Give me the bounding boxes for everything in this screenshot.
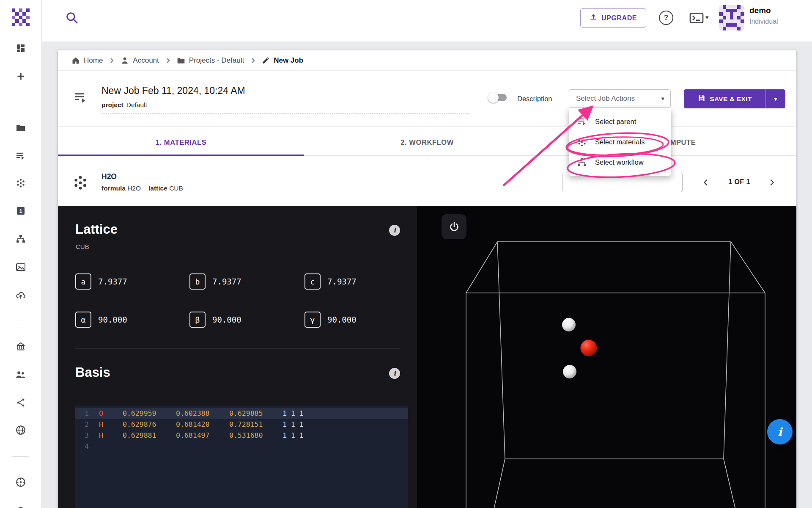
upgrade-label: UPGRADE xyxy=(601,14,637,22)
select-parent-icon xyxy=(576,116,587,127)
materials-icon[interactable] xyxy=(15,177,26,188)
console-caret-icon[interactable]: ▾ xyxy=(705,14,709,21)
step-tabs: 1. MATERIALS 2. WORKFLOW 3. COMPUTE xyxy=(58,130,796,156)
basis-title: Basis xyxy=(75,365,110,380)
job-actions-dropdown[interactable]: Select Job Actions ▾ xyxy=(569,89,671,108)
unit-cell-wireframe xyxy=(466,242,765,508)
param-value[interactable]: 7.9377 xyxy=(212,277,241,286)
breadcrumb-projects[interactable]: Projects - Default xyxy=(177,56,244,65)
atom-hydrogen-2[interactable] xyxy=(563,365,576,378)
lattice-param-alpha: α 90.000 xyxy=(75,312,127,328)
sidebar-divider xyxy=(12,456,29,457)
breadcrumb-new-job[interactable]: New Job xyxy=(262,56,303,65)
lattice-info-icon[interactable]: i xyxy=(389,225,400,236)
material-next-button[interactable] xyxy=(763,174,781,191)
lattice-value: CUB xyxy=(169,185,183,192)
organization-icon[interactable] xyxy=(15,341,26,352)
app-logo-icon[interactable] xyxy=(12,8,30,26)
jobs-list-icon[interactable] xyxy=(15,151,26,162)
tab-workflow[interactable]: 2. WORKFLOW xyxy=(304,130,550,155)
param-symbol: γ xyxy=(304,312,321,328)
lattice-param-beta: β 90.000 xyxy=(189,312,241,328)
menu-item-select-workflow[interactable]: Select workflow xyxy=(569,152,671,172)
basis-editor[interactable]: 1O0.6299590.6023880.6298851 1 1 2H0.6298… xyxy=(75,406,408,508)
param-value[interactable]: 7.9377 xyxy=(98,277,127,286)
toggle-thumb xyxy=(488,92,499,103)
chevron-right-icon xyxy=(109,57,115,64)
crystal-viewport[interactable] xyxy=(417,206,796,508)
chevron-right-icon xyxy=(165,57,171,64)
avatar[interactable] xyxy=(719,5,744,30)
save-icon xyxy=(697,94,705,104)
help-icon[interactable]: ? xyxy=(659,11,673,25)
lattice-basis-panel: Lattice i CUB a 7.9377 b 7.9377 c 7.9377… xyxy=(58,206,417,508)
material-prev-button[interactable] xyxy=(697,174,715,191)
panel-divider xyxy=(75,348,400,349)
projects-folder-icon[interactable] xyxy=(15,122,26,133)
breadcrumb-home[interactable]: Home xyxy=(71,56,103,65)
tab-materials[interactable]: 1. MATERIALS xyxy=(58,130,304,155)
console-icon[interactable] xyxy=(689,12,704,24)
user-plan: Individual xyxy=(749,18,778,25)
param-symbol: a xyxy=(75,273,91,290)
lattice-label: lattice xyxy=(148,185,167,192)
upload-icon xyxy=(590,14,597,23)
param-symbol: β xyxy=(189,312,206,328)
user-name[interactable]: demo xyxy=(749,6,771,15)
menu-item-select-materials[interactable]: Select materials xyxy=(569,132,671,152)
app-root: + 1 xyxy=(0,0,812,508)
description-toggle[interactable] xyxy=(490,94,507,101)
param-value[interactable]: 90.000 xyxy=(212,315,241,324)
select-materials-icon xyxy=(576,136,587,147)
basis-line: 4 xyxy=(75,441,408,452)
crystal-viewer-panel[interactable]: i xyxy=(417,206,796,508)
description-label: Description xyxy=(517,95,552,103)
history-icon[interactable] xyxy=(15,502,26,508)
chevron-down-icon: ▾ xyxy=(774,95,777,103)
chevron-down-icon: ▾ xyxy=(661,95,664,102)
media-icon[interactable] xyxy=(15,262,26,273)
job-title: New Job Feb 11, 2024, 10:24 AM xyxy=(102,85,245,97)
viewer-info-fab[interactable]: i xyxy=(767,419,793,444)
lattice-type: CUB xyxy=(76,243,89,250)
chevron-right-icon xyxy=(767,178,776,187)
save-exit-button[interactable]: SAVE & EXIT ▾ xyxy=(684,89,785,108)
dashboard-icon[interactable] xyxy=(15,43,26,54)
topbar: UPGRADE ? ▾ demo Individual xyxy=(41,0,812,41)
param-value[interactable]: 7.9377 xyxy=(327,277,357,286)
basis-info-icon[interactable]: i xyxy=(389,368,400,379)
cloud-upload-icon[interactable] xyxy=(15,290,26,301)
lattice-title: Lattice xyxy=(75,222,118,237)
search-icon[interactable] xyxy=(65,11,79,25)
param-symbol: α xyxy=(75,312,91,328)
pencil-icon xyxy=(262,56,270,64)
web-icon[interactable] xyxy=(15,425,26,436)
atom-hydrogen-1[interactable] xyxy=(562,318,576,331)
create-new-icon[interactable]: + xyxy=(15,71,26,82)
param-value[interactable]: 90.000 xyxy=(98,315,127,324)
project-value: Default xyxy=(126,101,147,108)
project-label: project xyxy=(102,101,123,108)
explore-dial-icon[interactable] xyxy=(15,477,26,488)
job-playlist-icon xyxy=(74,91,88,105)
basis-line: 2H0.6298760.6814200.7281511 1 1 xyxy=(75,419,408,430)
menu-item-select-parent[interactable]: Select parent xyxy=(569,111,671,132)
lattice-param-b: b 7.9377 xyxy=(189,273,241,290)
breadcrumb-account[interactable]: Account xyxy=(121,56,159,65)
atom-oxygen[interactable] xyxy=(581,340,597,356)
unit-one-icon[interactable]: 1 xyxy=(15,205,26,216)
share-icon[interactable] xyxy=(15,397,26,408)
section-divider xyxy=(58,126,796,127)
workflows-icon[interactable] xyxy=(15,233,26,244)
lattice-param-a: a 7.9377 xyxy=(75,273,127,290)
select-workflow-icon xyxy=(576,157,587,168)
viewer-power-button[interactable] xyxy=(442,214,466,239)
save-options-caret[interactable]: ▾ xyxy=(765,89,785,108)
lattice-param-gamma: γ 90.000 xyxy=(304,312,357,328)
upgrade-button[interactable]: UPGRADE xyxy=(580,8,646,28)
job-project-line: projectDefault xyxy=(102,101,469,114)
svg-text:1: 1 xyxy=(19,208,22,214)
formula-value: H2O xyxy=(127,185,141,192)
param-value[interactable]: 90.000 xyxy=(327,315,357,324)
team-icon[interactable] xyxy=(15,369,26,380)
